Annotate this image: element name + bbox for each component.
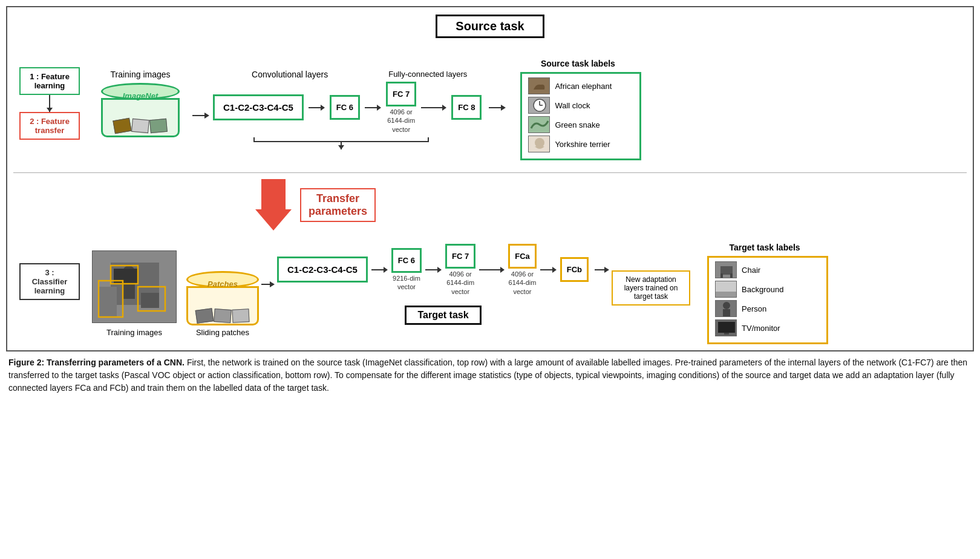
dim-label-fc7-top: 4096 or 6144-dim vector [387, 108, 415, 134]
arrow-c1c5-fc6 [309, 105, 325, 111]
dim-9216: 9216-dim vector [393, 274, 420, 292]
brace-group [253, 137, 429, 142]
c1c5-box-bottom: C1-C2-C3-C4-C5 [277, 257, 368, 283]
brace-arrow-down [341, 142, 342, 149]
step2-label: 2 : Feature transfer [30, 117, 70, 135]
arrow-line [192, 115, 204, 116]
terrier-icon [529, 136, 549, 152]
caption-title: Transferring parameters of a CNN. [47, 358, 185, 367]
imagenet-cylinder: ImageNet [101, 83, 180, 137]
patches-label: Patches [207, 280, 238, 289]
source-task-label: Source task [436, 15, 544, 38]
transfer-shaft [261, 179, 286, 209]
person-svg [716, 300, 736, 317]
svg-rect-19 [720, 266, 733, 275]
top-network-row: C1-C2-C3-C4-C5 FC 6 FC 7 4096 or 6144-di… [213, 82, 506, 134]
label-item-tv: TV/monitor [715, 319, 820, 336]
label-item-snake: Green snake [528, 116, 633, 133]
thumb-tv [715, 319, 737, 336]
imagenet-label: ImageNet [123, 91, 158, 100]
snake-icon [529, 116, 549, 133]
adapt-note: New adaptation layers trained on target … [612, 270, 690, 306]
transfer-arrow [255, 179, 292, 230]
label-snake: Green snake [555, 120, 599, 129]
transfer-label: Transferparameters [309, 192, 367, 218]
fc7-group-top: FC 7 4096 or 6144-dim vector [386, 82, 416, 134]
conv-layers-label: Convolutional layers [252, 70, 328, 79]
svg-point-7 [535, 138, 544, 148]
patch-3 [232, 309, 249, 322]
svg-rect-10 [99, 287, 117, 317]
label-item-person: Person [715, 300, 820, 317]
step3-label: 3 : Classifier learning [32, 268, 68, 295]
head [604, 267, 609, 273]
label-background: Background [742, 285, 783, 294]
svg-rect-26 [723, 309, 730, 316]
fc-layers-label: Fully-connected layers [388, 70, 467, 79]
label-item-elephant: African elephant [528, 77, 633, 94]
source-labels-title: Source task labels [514, 59, 641, 68]
source-task-header: Source task [13, 15, 967, 38]
thumb-chair [715, 261, 737, 278]
transfer-section: Transferparameters [255, 173, 967, 237]
label-tv: TV/monitor [742, 324, 780, 333]
dim-4096b: 4096 or 6144-dim vector [509, 270, 537, 296]
svg-rect-28 [718, 322, 735, 333]
brace [253, 137, 429, 142]
training-scene [92, 250, 177, 323]
arrow-step1-step2 [49, 95, 50, 112]
bottom-section: 3 : Classifier learning [13, 237, 967, 344]
label-item-background: Background [715, 281, 820, 298]
svg-rect-21 [730, 273, 733, 278]
arrow-fca-fcb [540, 267, 557, 273]
training-images-label-top: Training images [110, 70, 170, 79]
fcb-box: FCb [560, 257, 589, 282]
target-labels-area: Target task labels Chair [701, 243, 828, 344]
svg-rect-20 [720, 273, 723, 278]
source-labels-area: Source task labels African elephant Wall… [514, 59, 641, 160]
thumb-clock [528, 97, 550, 114]
tv-svg [716, 319, 736, 336]
step2-box: 2 : Feature transfer [19, 112, 80, 140]
mini-thumb-1 [113, 118, 131, 134]
head [501, 105, 506, 111]
target-labels-box: Chair Background [707, 256, 828, 344]
arrow-c1c5-fc6-bot [371, 267, 388, 273]
label-item-clock: Wall clock [528, 97, 633, 114]
fc8-group-top: FC 8 [451, 95, 482, 120]
label-item-chair: Chair [715, 261, 820, 278]
left-steps-bottom: 3 : Classifier learning [13, 263, 86, 300]
target-labels-title: Target task labels [701, 243, 828, 252]
label-clock: Wall clock [555, 101, 590, 110]
sliding-patches-label: Sliding patches [196, 328, 249, 337]
chair-svg [716, 261, 736, 278]
scene-svg [93, 250, 176, 323]
top-network-area: Convolutional layers Fully-connected lay… [213, 70, 506, 149]
target-right-area: New adaptation layers trained on target … [612, 243, 828, 344]
target-training-area: Training images Patches [92, 250, 259, 337]
c1c5-box-top: C1-C2-C3-C4-C5 [213, 94, 304, 120]
arrow-fc7-fc8 [421, 105, 446, 111]
outer-container: Source task 1 : Feature learning 2 : Fea… [0, 0, 980, 559]
bottom-network-row: C1-C2-C3-C4-C5 FC 6 9216-dim vector FC 7… [277, 244, 609, 296]
arrow-patches-to-network [261, 281, 275, 287]
svg-rect-29 [724, 333, 729, 335]
target-images-row: Training images Patches [92, 250, 259, 337]
label-person: Person [742, 304, 766, 313]
patches-cylinder: Patches [186, 271, 259, 325]
step1-label: 1 : Feature learning [30, 72, 70, 90]
target-training-images-label: Training images [106, 328, 162, 337]
dim-4096a: 4096 or 6144-dim vector [446, 270, 474, 296]
patches-group: Patches Sliding patches [186, 271, 259, 337]
head [270, 281, 275, 287]
thumb-snake [528, 116, 550, 133]
top-section: 1 : Feature learning 2 : Feature transfe… [13, 47, 967, 173]
elephant-icon [529, 77, 549, 94]
mini-thumb-2 [131, 119, 149, 133]
fcb-group: FCb [560, 257, 589, 282]
line [261, 284, 270, 285]
label-terrier: Yorkshire terrier [555, 140, 610, 149]
fc6-box-top: FC 6 [330, 95, 360, 120]
fc7-group-bottom: FC 7 4096 or 6144-dim vector [445, 244, 475, 296]
svg-rect-23 [716, 292, 736, 298]
